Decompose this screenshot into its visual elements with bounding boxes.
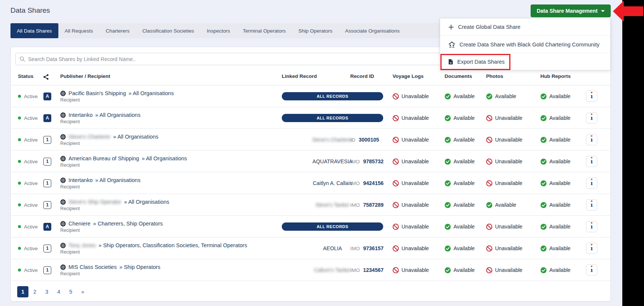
hub-reports-status-label: Available (549, 224, 571, 230)
check-circle-icon (540, 137, 547, 143)
status-label: Active (24, 224, 38, 230)
recipient-orgs: » All Organisations (95, 177, 141, 184)
status-cell: Active (18, 194, 38, 216)
status-cell: Active (18, 85, 38, 107)
record-id-type-label: IMO (350, 159, 360, 164)
tab-ship-operators[interactable]: Ship Operators (292, 23, 339, 38)
menu-item-create-data-share-with-black-gold-chartering-community[interactable]: Create Data Share with Black Gold Charte… (440, 36, 610, 53)
role-label: Recipient (60, 228, 80, 233)
role-label: Recipient (60, 271, 80, 276)
tab-inspectors[interactable]: Inspectors (200, 23, 236, 38)
all-records-pill: ALL RECORDS (282, 222, 383, 231)
tab-terminal-operators[interactable]: Terminal Operators (236, 23, 292, 38)
info-button[interactable]: ı (586, 156, 597, 167)
no-symbol-icon (486, 267, 492, 273)
photos-status-label: Unavailable (495, 180, 522, 186)
documents-status-label: Available (454, 245, 475, 251)
status-label: Active (24, 94, 38, 99)
info-icon: ı (590, 246, 593, 251)
info-cell: ı (586, 194, 597, 216)
record-id-value: 7587289 (363, 202, 384, 208)
data-share-management-label: Data Share Management (537, 8, 598, 14)
info-cell: ı (586, 216, 597, 237)
info-cell: ı (586, 107, 597, 129)
info-button[interactable]: ı (586, 221, 597, 232)
no-symbol-icon (486, 224, 492, 230)
record-id-value: 3000105 (359, 137, 379, 143)
photos-status-label: Available (495, 202, 516, 208)
status-cell: Active (18, 216, 38, 237)
hub-reports-status-label: Available (549, 202, 571, 208)
documents-status-label: Available (454, 180, 475, 186)
data-share-management-button[interactable]: Data Share Management (531, 4, 611, 17)
documents-status: Available (445, 259, 475, 281)
tab-charterers[interactable]: Charterers (100, 23, 136, 38)
documents-status-label: Available (454, 224, 475, 230)
next-page-button[interactable]: » (77, 286, 88, 297)
menu-item-label: Create Global Data Share (458, 24, 521, 30)
globe-icon (60, 134, 66, 140)
voyage-logs-status-label: Unavailable (402, 224, 429, 230)
recipient-orgs: » All Organisations (129, 90, 174, 97)
photos-status: Unavailable (486, 172, 522, 194)
voyage-logs-status: Unavailable (393, 129, 429, 151)
globe-icon (60, 199, 66, 205)
status-cell: Active (18, 107, 38, 129)
tab-classification-societies[interactable]: Classification Societies (136, 23, 200, 38)
status-cell: Active (18, 237, 38, 259)
share-scope-badge: 1 (43, 172, 51, 194)
no-symbol-icon (393, 202, 399, 208)
column-header-publisher: Publisher / Recipient (60, 73, 110, 79)
info-icon: ı (590, 267, 593, 273)
recipient-orgs: » Ship Operators, Classification Societi… (98, 242, 247, 249)
table-row: ActiveAIntertanko» All OrganisationsReci… (11, 107, 610, 129)
page-button-2[interactable]: 2 (29, 286, 40, 297)
page-button-3[interactable]: 3 (41, 286, 52, 297)
check-circle-icon (540, 224, 547, 230)
info-cell: ı (586, 151, 597, 172)
photos-status: Available (486, 194, 516, 216)
info-button[interactable]: ı (586, 91, 597, 102)
info-button[interactable]: ı (586, 134, 597, 145)
tab-all-requests[interactable]: All Requests (58, 23, 100, 38)
table-row: Active1Steve's Ship Operator» All Organi… (11, 194, 610, 216)
voyage-logs-status: Unavailable (393, 172, 429, 194)
no-symbol-icon (393, 115, 399, 121)
page-button-4[interactable]: 4 (53, 286, 64, 297)
voyage-logs-status: Unavailable (393, 259, 429, 281)
check-circle-icon (445, 93, 451, 100)
menu-item-create-global-data-share[interactable]: Create Global Data Share (440, 18, 610, 36)
tab-all-data-shares[interactable]: All Data Shares (10, 23, 58, 38)
no-symbol-icon (393, 180, 399, 187)
voyage-logs-status: Unavailable (393, 151, 429, 172)
share-scope-badge: A (43, 216, 51, 237)
info-button[interactable]: ı (586, 199, 597, 210)
photos-status-label: Unavailable (495, 115, 522, 121)
page-button-1[interactable]: 1 (17, 286, 28, 297)
status-label: Active (24, 202, 38, 208)
share-scope-badge: 1 (43, 129, 51, 151)
record-id-cell: IMO1234567 (350, 259, 384, 281)
all-records-pill: ALL RECORDS (282, 92, 383, 100)
photos-status: Available (486, 85, 516, 107)
globe-icon (60, 264, 66, 270)
photos-status-label: Unavailable (495, 267, 522, 273)
info-button[interactable]: ı (586, 112, 597, 124)
info-button[interactable]: ı (586, 243, 597, 254)
publisher-name-redacted: Steve's Charterer (68, 133, 110, 140)
info-button[interactable]: ı (586, 264, 597, 276)
page-button-5[interactable]: 5 (65, 286, 76, 297)
recipient-orgs: » Charterers, Ship Operators (93, 220, 163, 227)
letterbox-band (622, 0, 644, 306)
menu-item-export-data-shares[interactable]: xExport Data Shares (440, 53, 610, 70)
active-status-dot-icon (18, 225, 21, 228)
role-label: Recipient (60, 184, 80, 190)
record-id-type-label: IMO (350, 267, 360, 273)
info-button[interactable]: ı (586, 178, 597, 189)
tab-associate-organisations[interactable]: Associate Organisations (339, 23, 406, 38)
status-label: Active (24, 267, 38, 273)
hub-reports-status-label: Available (549, 245, 571, 251)
recipient-orgs: » All Organisations (124, 199, 169, 205)
status-label: Active (24, 181, 38, 186)
menu-item-label: Export Data Shares (457, 59, 505, 65)
